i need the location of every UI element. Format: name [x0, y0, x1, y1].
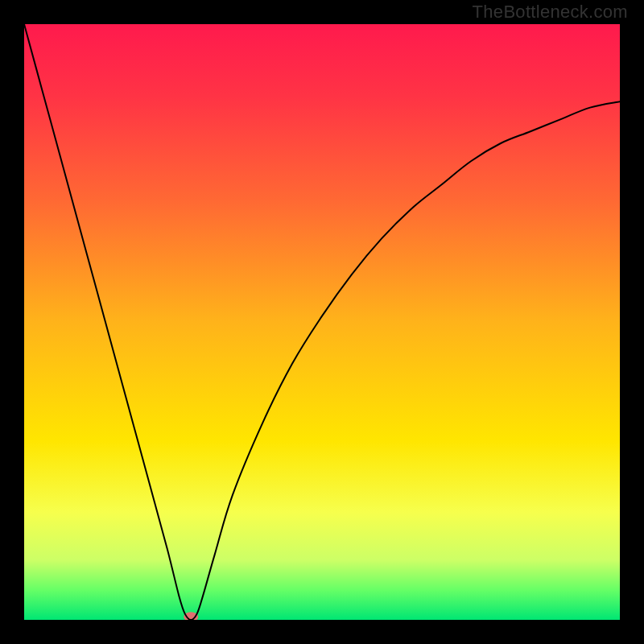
watermark-text: TheBottleneck.com	[473, 2, 628, 23]
chart-svg	[24, 24, 620, 620]
gradient-background	[24, 24, 620, 620]
chart-frame: TheBottleneck.com	[0, 0, 644, 644]
plot-area	[24, 24, 620, 620]
